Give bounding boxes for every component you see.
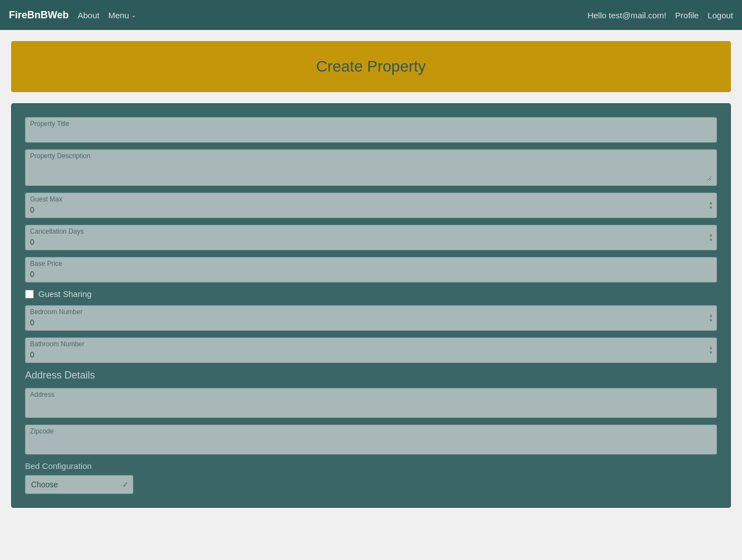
chevron-down-icon: ⌄ [131, 12, 136, 19]
nav-greeting: Hello test@mail.com! [588, 11, 666, 20]
guest-max-label: Guest Max [30, 195, 712, 203]
bedroom-number-field: Bedroom Number ▲ ▼ [25, 305, 717, 331]
address-details-heading: Address Details [25, 370, 717, 381]
nav-left: FireBnBWeb About Menu ⌄ [9, 9, 136, 21]
bedroom-number-spinner[interactable]: ▲ ▼ [709, 314, 713, 323]
guest-max-spinner[interactable]: ▲ ▼ [709, 201, 713, 210]
spinner-up-icon[interactable]: ▲ [709, 233, 713, 238]
cancellation-days-label: Cancellation Days [30, 228, 712, 235]
spinner-down-icon[interactable]: ▼ [709, 238, 713, 243]
spinner-up-icon[interactable]: ▲ [709, 201, 713, 205]
property-description-label: Property Description [30, 152, 712, 160]
spinner-up-icon[interactable]: ▲ [709, 346, 713, 350]
property-description-input[interactable] [30, 161, 712, 181]
spinner-down-icon[interactable]: ▼ [709, 319, 713, 323]
property-title-label: Property Title [30, 120, 712, 128]
zipcode-label: Zipcode [30, 427, 712, 435]
create-property-form: Property Title Property Description Gues… [11, 103, 731, 508]
spinner-up-icon[interactable]: ▲ [709, 314, 713, 318]
guest-max-field: Guest Max ▲ ▼ [25, 193, 717, 218]
property-description-field: Property Description [25, 149, 717, 186]
navbar: FireBnBWeb About Menu ⌄ Hello test@mail.… [0, 0, 742, 30]
base-price-input[interactable] [30, 269, 712, 280]
nav-about-link[interactable]: About [78, 11, 99, 20]
property-title-field: Property Title [25, 117, 717, 143]
bathroom-number-field: Bathroom Number ▲ ▼ [25, 337, 717, 363]
nav-right: Hello test@mail.com! Profile Logout [588, 11, 733, 20]
bedroom-number-label: Bedroom Number [30, 308, 712, 316]
zipcode-input[interactable] [30, 436, 712, 452]
bed-config-select[interactable]: Choose Single Double Queen King [25, 475, 133, 494]
base-price-label: Base Price [30, 260, 712, 268]
address-field: Address [25, 388, 717, 418]
spinner-down-icon[interactable]: ▼ [709, 206, 713, 210]
base-price-field: Base Price [25, 257, 717, 282]
bed-config-heading: Bed Configuration [25, 461, 717, 471]
bathroom-number-label: Bathroom Number [30, 340, 712, 348]
bed-config-select-wrapper: Choose Single Double Queen King ✓ [25, 475, 133, 494]
page-banner: Create Property [11, 41, 731, 92]
nav-menu-dropdown[interactable]: Menu ⌄ [108, 11, 137, 20]
bathroom-number-input[interactable] [30, 349, 699, 360]
nav-menu-label: Menu [108, 11, 129, 20]
guest-sharing-label[interactable]: Guest Sharing [38, 289, 92, 299]
bedroom-number-input[interactable] [30, 317, 699, 328]
cancellation-days-input[interactable] [30, 236, 699, 248]
property-title-input[interactable] [30, 129, 699, 140]
page-title: Create Property [28, 58, 714, 75]
nav-logout-link[interactable]: Logout [708, 11, 733, 20]
spinner-down-icon[interactable]: ▼ [709, 351, 713, 355]
zipcode-field: Zipcode [25, 425, 717, 455]
bathroom-number-spinner[interactable]: ▲ ▼ [709, 346, 713, 355]
guest-sharing-checkbox[interactable] [25, 290, 34, 299]
guest-max-input[interactable] [30, 204, 699, 215]
cancellation-days-spinner[interactable]: ▲ ▼ [709, 233, 713, 243]
nav-brand[interactable]: FireBnBWeb [9, 9, 69, 21]
address-input[interactable] [30, 400, 712, 415]
address-label: Address [30, 391, 712, 398]
nav-profile-link[interactable]: Profile [675, 11, 699, 20]
cancellation-days-field: Cancellation Days ▲ ▼ [25, 225, 717, 250]
guest-sharing-row: Guest Sharing [25, 289, 717, 299]
